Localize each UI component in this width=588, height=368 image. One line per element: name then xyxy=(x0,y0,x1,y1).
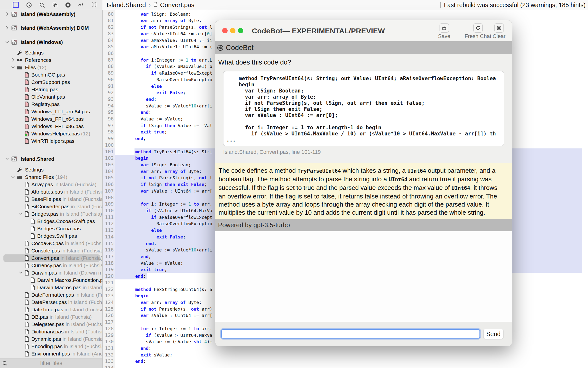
sidebar-project-island-webassembly-[interactable]: Island (WebAssembly) xyxy=(0,11,102,18)
code-text: if lSign then Value := -Val xyxy=(119,122,212,129)
code-line-133[interactable]: 133 end; xyxy=(102,358,588,365)
code-text: Value := sValue; xyxy=(119,116,183,122)
chevron-right-icon[interactable] xyxy=(11,57,16,62)
search-icon[interactable] xyxy=(39,2,45,8)
clear-button[interactable]: Clear xyxy=(491,23,507,39)
sidebar-item-datetime-pas[interactable]: DateTime.pas in Island (Fuchsia) xyxy=(0,306,102,313)
sidebar-item-references[interactable]: References xyxy=(0,56,102,64)
sidebar-item-boehmgc-pas[interactable]: BoehmGC.pas xyxy=(0,71,102,79)
clock-icon[interactable] xyxy=(26,2,32,8)
line-number: 116 xyxy=(102,247,114,253)
book-icon[interactable] xyxy=(91,2,97,8)
item-label: Bridges.pas in Island (Fuchsia) xyxy=(31,211,102,217)
chevron-down-icon[interactable] xyxy=(19,211,24,216)
sidebar-item-array-pas[interactable]: Array.pas in Island (Fuchsia) xyxy=(0,181,102,188)
copy-icon[interactable] xyxy=(52,2,58,8)
sidebar-item-cocoagc-pas[interactable]: CocoaGC.pas in Island (Fuchsia) xyxy=(0,240,102,247)
sidebar-item-windows-ffi-x86-pas[interactable]: Windows_FFI_x86.pas xyxy=(0,123,102,130)
sidebar-project-island-windows-[interactable]: Island (Windows) xyxy=(0,39,102,46)
sidebar-item-files[interactable]: Files (12) xyxy=(0,64,102,71)
line-number: 82 xyxy=(102,24,114,30)
line-number: 88 xyxy=(102,63,114,70)
chat-input[interactable] xyxy=(221,329,480,339)
proj-icon xyxy=(11,39,18,45)
chevron-down-icon[interactable] xyxy=(19,270,24,275)
sidebar-item-bitconverter-pas[interactable]: BitConverter.pas in Island (Fuchsia) xyxy=(0,203,102,210)
code-text: exit sValue; xyxy=(119,352,172,358)
sidebar-item-comsupport-pas[interactable]: ComSupport.pas xyxy=(0,79,102,86)
sidebar-item-darwin-macros-foundation-pas[interactable]: Darwin.Macros.Foundation.pas xyxy=(0,276,102,284)
item-label: Files (12) xyxy=(25,65,47,70)
code-line-80[interactable]: 80 var lSign: Boolean; xyxy=(102,11,588,17)
close-circle-icon[interactable] xyxy=(65,2,71,8)
line-number: 123 xyxy=(102,292,114,299)
code-line-134[interactable]: 134 xyxy=(102,365,588,368)
sidebar-item-encoding-pas[interactable]: Encoding.pas in Island (Fuchsia) xyxy=(0,343,102,350)
sidebar-item-dictionary-pas[interactable]: Dictionary.pas in Island (Fuchsia) xyxy=(0,328,102,335)
item-label: OleVariant.pas xyxy=(31,94,65,100)
sidebar-item-environment-pas[interactable]: Environment.pas in Island (Androi xyxy=(0,350,102,357)
pink-icon xyxy=(24,72,30,78)
sidebar-item-console-pas[interactable]: Console.pas in Island (Fuchsia) xyxy=(0,247,102,254)
file-icon xyxy=(153,2,158,8)
breadcrumb-project[interactable]: Island.Shared xyxy=(107,1,146,9)
save-button[interactable]: Save xyxy=(437,23,452,39)
sidebar-item-settings[interactable]: Settings xyxy=(0,49,102,56)
sidebar-item-delegates-pas[interactable]: Delegates.pas in Island (Fuchsia) xyxy=(0,321,102,328)
sidebar-item-windowshelpers-pas[interactable]: iWindowsHelpers.pas (12) xyxy=(0,130,102,137)
chevron-down-icon[interactable] xyxy=(11,174,16,179)
scribble-icon[interactable] xyxy=(78,2,84,8)
sidebar-item-windows-ffi-arm64-pas[interactable]: Windows_FFI_arm64.pas xyxy=(0,108,102,115)
doc-icon xyxy=(24,196,30,202)
sidebar-item-hstring-pas[interactable]: HString.pas xyxy=(0,86,102,93)
sidebar-item-attributes-pas[interactable]: Attributes.pas in Island (Fuchsia) xyxy=(0,188,102,196)
close-traffic-light[interactable] xyxy=(222,28,228,33)
sidebar-item-bridges-pas[interactable]: Bridges.pas in Island (Fuchsia) xyxy=(0,210,102,218)
sidebar-item-currency-pas[interactable]: Currency.pas in Island (Fuchsia) xyxy=(0,262,102,269)
chevron-right-icon[interactable] xyxy=(5,25,10,30)
zoom-traffic-light[interactable] xyxy=(238,28,243,33)
fresh-chat-button[interactable]: Fresh Chat xyxy=(462,23,494,39)
filter-bar[interactable]: filter files xyxy=(0,358,102,368)
minimize-traffic-light[interactable] xyxy=(230,28,235,33)
code-text: var arr: array of Byte; xyxy=(119,168,202,175)
item-label: Dictionary.pas in Island (Fuchsia) xyxy=(31,329,102,335)
sidebar-item-db-pas[interactable]: DB.pas in Island (Fuchsia) xyxy=(0,313,102,321)
sidebar-item-bridges-swift-pas[interactable]: Bridges.Swift.pas xyxy=(0,232,102,240)
sidebar-project-island-shared[interactable]: Island.Shared xyxy=(0,155,102,163)
sidebar-item-winrthelpers-pas[interactable]: WinRTHelpers.pas xyxy=(0,137,102,145)
send-button[interactable]: Send xyxy=(483,329,503,339)
code-line-132[interactable]: 132 exit sValue; xyxy=(102,352,588,358)
doc-icon xyxy=(24,263,30,268)
item-label: Windows_FFI_x64.pas xyxy=(31,116,84,122)
dialog-titlebar[interactable]: CodeBot— EXPERIMENTAL/PREVIEW Save Fresh… xyxy=(215,20,512,41)
line-number: 100 xyxy=(102,142,114,148)
sidebar-item-shared-files[interactable]: Shared Files (194) xyxy=(0,173,102,181)
chevron-down-icon[interactable] xyxy=(5,39,10,44)
chevron-right-icon[interactable] xyxy=(5,12,10,16)
sidebar-item-darwin-pas[interactable]: Darwin.pas in Island (Darwin macO xyxy=(0,269,102,276)
code-text: method HexStringToUInt64(s: S xyxy=(119,286,212,293)
sidebar-project-island-webassembly-dom[interactable]: Island (WebAssembly) DOM xyxy=(0,24,102,32)
sidebar-item-olevariant-pas[interactable]: OleVariant.pas xyxy=(0,93,102,101)
line-number: 132 xyxy=(102,352,114,358)
sidebar-item-dateparser-pas[interactable]: DateParser.pas in Island (Fuchsia) xyxy=(0,299,102,306)
code-text: var sValue : UInt64 := arr[ xyxy=(119,312,212,319)
code-text: Value := sValue; xyxy=(119,260,183,266)
sidebar-item-settings[interactable]: Settings xyxy=(0,166,102,173)
sidebar-item-bridges-cocoa-swift-pas[interactable]: Bridges.Cocoa+Swift.pas xyxy=(0,218,102,225)
sidebar-item-registry-pas[interactable]: Registry.pas xyxy=(0,101,102,108)
chevron-down-icon[interactable] xyxy=(5,156,10,161)
sidebar-item-windows-ffi-x64-pas[interactable]: Windows_FFI_x64.pas xyxy=(0,115,102,123)
sidebar-item-darwin-macros-pas[interactable]: Darwin.Macros.pas in Island (Fuchsia) xyxy=(0,284,102,291)
breadcrumb[interactable]: Island.Shared › Convert.pas xyxy=(104,0,194,10)
sidebar-item-bridges-cocoa-pas[interactable]: Bridges.Cocoa.pas xyxy=(0,225,102,232)
sidebar-item-dateformatter-pas[interactable]: DateFormatter.pas in Island (Fuchsia) xyxy=(0,291,102,299)
sidebar-item-basefile-pas[interactable]: BaseFile.pas in Island (Fuchsia) xyxy=(0,196,102,203)
code-text: for i:Integer := 1 to arr.L xyxy=(119,57,212,63)
sidebar-item-dynamic-pas[interactable]: Dynamic.pas in Island (Fuchsia) xyxy=(0,335,102,343)
chevron-down-icon[interactable] xyxy=(11,65,16,70)
sidebar-item-convert-pas[interactable]: Convert.pas in Island (Fuchsia) xyxy=(0,254,102,262)
breadcrumb-file[interactable]: Convert.pas xyxy=(160,1,194,9)
active-pane-icon[interactable] xyxy=(13,2,19,8)
